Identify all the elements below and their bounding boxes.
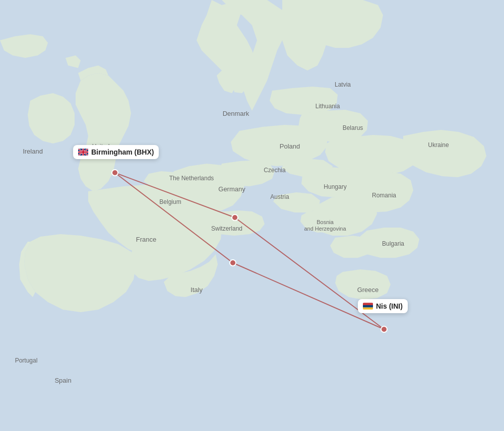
austria-label: Austria xyxy=(270,193,289,200)
latvia-label: Latvia xyxy=(335,81,351,88)
bhx-label-text: Birmingham (BHX) xyxy=(91,148,154,156)
switzerland-label: Switzerland xyxy=(211,225,242,232)
portugal-label: Portugal xyxy=(15,357,38,364)
ireland-label: Ireland xyxy=(23,148,43,155)
svg-point-5 xyxy=(232,214,238,221)
svg-point-7 xyxy=(112,170,118,176)
denmark-label: Denmark xyxy=(223,110,249,117)
ini-label-text: Nis (INI) xyxy=(376,302,403,310)
map-svg: Ireland United Kingdom The Netherlands B… xyxy=(0,0,504,431)
germany-label: Germany xyxy=(218,185,245,193)
map-container: Ireland United Kingdom The Netherlands B… xyxy=(0,0,504,431)
ukraine-label: Ukraine xyxy=(428,141,449,149)
greece-label: Greece xyxy=(357,286,379,294)
svg-point-8 xyxy=(381,326,387,332)
bulgaria-label: Bulgaria xyxy=(382,240,404,247)
lithuania-label: Lithuania xyxy=(316,103,340,110)
poland-label: Poland xyxy=(280,142,300,150)
netherlands-label: The Netherlands xyxy=(169,175,214,182)
bosnia-label: Bosnia xyxy=(317,219,334,225)
svg-point-6 xyxy=(230,260,236,266)
italy-label: Italy xyxy=(191,286,203,294)
ini-label: Nis (INI) xyxy=(358,299,408,313)
france-label: France xyxy=(136,236,156,243)
svg-rect-18 xyxy=(363,303,373,305)
belgium-label: Belgium xyxy=(159,198,181,205)
bosnia-label2: and Herzegovina xyxy=(304,226,346,232)
belarus-label: Belarus xyxy=(343,124,363,131)
hungary-label: Hungary xyxy=(324,183,346,190)
romania-label: Romania xyxy=(372,192,396,199)
svg-rect-20 xyxy=(363,308,373,310)
svg-rect-19 xyxy=(363,305,373,308)
czechia-label: Czechia xyxy=(264,167,286,174)
serbia-flag xyxy=(363,303,373,310)
spain-label: Spain xyxy=(54,377,71,384)
bhx-label: Birmingham (BHX) xyxy=(73,145,159,159)
uk-flag xyxy=(78,149,88,156)
